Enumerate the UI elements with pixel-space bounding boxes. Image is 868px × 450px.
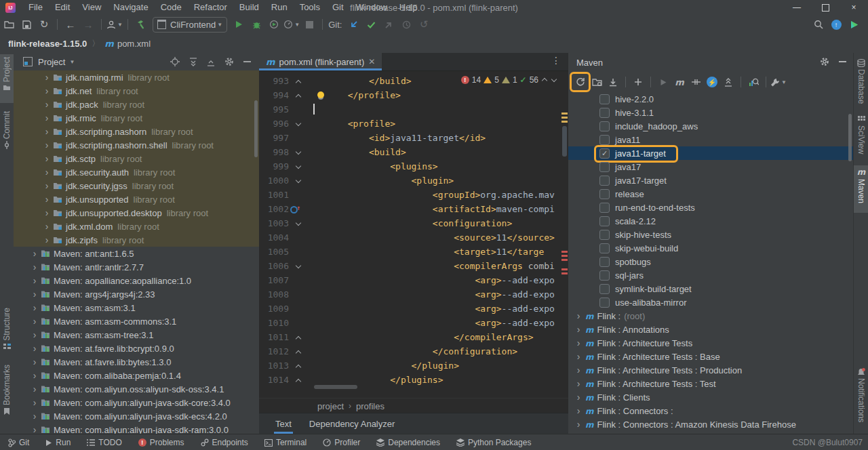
hide-panel-icon[interactable]: [839, 57, 846, 66]
chevron-right-icon[interactable]: ›: [574, 419, 583, 430]
override-gutter-icon[interactable]: [290, 206, 298, 213]
project-tree-row[interactable]: ›jdk.security.jgsslibrary root: [14, 179, 259, 192]
run-configuration-select[interactable]: CliFrontend▼: [153, 17, 227, 33]
hide-panel-icon[interactable]: [243, 61, 251, 63]
toolwindow-tab-bookmarks[interactable]: Bookmarks: [0, 362, 14, 419]
menu-item-tools[interactable]: Tools: [294, 2, 326, 12]
menu-item-navigate[interactable]: Navigate: [107, 2, 154, 12]
open-icon[interactable]: [1, 16, 17, 33]
chevron-right-icon[interactable]: ›: [42, 235, 52, 245]
profile-checkbox[interactable]: [599, 121, 610, 131]
profile-checkbox[interactable]: [599, 176, 610, 186]
chevron-right-icon[interactable]: ›: [30, 303, 39, 312]
project-tree-row[interactable]: ›jdk.zipfslibrary root: [14, 233, 259, 247]
intention-bulb-icon[interactable]: [317, 91, 324, 98]
chevron-right-icon[interactable]: ›: [574, 365, 583, 375]
code-line[interactable]: 1013 </plugin>: [259, 359, 568, 373]
profile-checkbox[interactable]: [599, 270, 610, 281]
profile-checkbox[interactable]: [599, 135, 610, 145]
chevron-right-icon[interactable]: ›: [30, 289, 39, 299]
project-tree-row[interactable]: ›Maven: com.aliyun:aliyun-java-sdk-core:…: [14, 396, 259, 409]
collapse-all-icon[interactable]: [720, 74, 736, 90]
profile-checkbox[interactable]: [599, 230, 610, 240]
chevron-right-icon[interactable]: ›: [42, 113, 52, 123]
chevron-right-icon[interactable]: ›: [30, 276, 39, 285]
statusbar-dependencies[interactable]: Dependencies: [376, 438, 440, 447]
profile-row[interactable]: hive-3.1.1: [568, 106, 853, 119]
statusbar-python-packages[interactable]: Python Packages: [456, 438, 531, 447]
editor-tab-pomxml[interactable]: m pom.xml (flink-parent) ✕: [259, 53, 382, 70]
editor-hscrollbar-thumb[interactable]: [314, 385, 357, 389]
next-problem-icon[interactable]: [551, 77, 557, 83]
maven-module-row[interactable]: ›mFlink : Architecture Tests : Productio…: [568, 363, 853, 377]
project-tree-row[interactable]: ›Maven: at.favre.lib:bytes:1.3.0: [14, 355, 259, 369]
generate-sources-icon[interactable]: [589, 74, 605, 90]
fold-gutter[interactable]: [292, 334, 305, 341]
maven-settings-wrench-icon[interactable]: ▼: [770, 74, 787, 90]
profile-checkbox[interactable]: [599, 189, 610, 199]
maven-scrollbar[interactable]: [848, 114, 852, 161]
profile-row[interactable]: symlink-build-target: [568, 282, 853, 295]
profile-checkbox[interactable]: [599, 298, 610, 308]
code-line[interactable]: 1006 <compilerArgs combi: [259, 259, 568, 273]
menu-item-build[interactable]: Build: [233, 2, 265, 12]
profile-checkbox[interactable]: [599, 257, 610, 267]
menu-item-file[interactable]: File: [22, 2, 49, 12]
statusbar-endpoints[interactable]: Endpoints: [201, 438, 248, 447]
profile-row[interactable]: skip-hive-tests: [568, 228, 853, 241]
project-scrollbar[interactable]: [254, 100, 258, 157]
fold-collapse-icon[interactable]: [295, 178, 302, 184]
profile-row[interactable]: java11: [568, 133, 853, 146]
code-line[interactable]: 999 <plugins>: [259, 159, 568, 173]
code-line[interactable]: 996 <profile>: [259, 117, 568, 131]
menu-item-help[interactable]: Help: [393, 2, 424, 12]
maven-module-row[interactable]: ›mFlink : Architecture Tests : Base: [568, 350, 853, 363]
fold-collapse-icon[interactable]: [295, 220, 302, 227]
code-line[interactable]: 1009 <arg>--add-expo: [259, 302, 568, 316]
code-line[interactable]: 1012 </configuration>: [259, 344, 568, 359]
profile-row[interactable]: java17: [568, 160, 853, 173]
toolwindow-tab-project[interactable]: Project: [0, 54, 14, 103]
fold-gutter[interactable]: [292, 121, 305, 127]
profiler-run-icon[interactable]: ▼: [283, 16, 300, 33]
collapse-all-icon[interactable]: [207, 58, 215, 66]
fold-gutter[interactable]: [292, 363, 305, 369]
profile-checkbox[interactable]: [599, 162, 610, 172]
profile-row[interactable]: skip-webui-build: [568, 241, 853, 255]
fold-gutter[interactable]: [292, 149, 305, 156]
chevron-right-icon[interactable]: ›: [574, 405, 583, 416]
menu-item-view[interactable]: View: [76, 2, 107, 12]
toolwindow-tab-structure[interactable]: Structure: [0, 305, 14, 356]
run-with-coverage-icon[interactable]: [266, 16, 282, 33]
maven-module-row[interactable]: ›mFlink : Clients: [568, 390, 853, 404]
code-line[interactable]: 1001 <groupId>org.apache.mav: [259, 188, 568, 202]
fold-collapse-icon[interactable]: [295, 163, 302, 170]
fold-collapse-icon[interactable]: [295, 121, 302, 127]
profile-checkbox[interactable]: [599, 243, 610, 253]
editor-error-stripe[interactable]: [561, 73, 568, 398]
profile-row[interactable]: use-alibaba-mirror: [568, 295, 853, 309]
back-icon[interactable]: ←: [62, 16, 79, 33]
run-icon[interactable]: [231, 16, 247, 33]
project-tree-row[interactable]: ›jdk.packlibrary root: [14, 98, 259, 111]
editor-scrollbar-thumb[interactable]: [562, 126, 567, 157]
fold-end-icon[interactable]: [295, 363, 302, 369]
project-tree-row[interactable]: ›Maven: antlr:antlr:2.7.7: [14, 260, 259, 274]
chevron-right-icon[interactable]: ›: [574, 310, 583, 321]
profile-checkbox[interactable]: [599, 284, 610, 294]
git-history-icon[interactable]: [398, 16, 414, 33]
download-sources-icon[interactable]: [605, 74, 621, 90]
chevron-right-icon[interactable]: ›: [42, 86, 52, 96]
chevron-right-icon[interactable]: ›: [30, 344, 39, 353]
profile-row[interactable]: sql-jars: [568, 268, 853, 282]
profile-checkbox[interactable]: [599, 203, 610, 213]
code-line[interactable]: 995: [259, 102, 568, 117]
statusbar-todo[interactable]: TODO: [87, 438, 121, 447]
project-tree-row[interactable]: ›Maven: com.aliyun:aliyun-java-sdk-ecs:4…: [14, 409, 259, 423]
fold-end-icon[interactable]: [295, 348, 302, 355]
menu-item-git[interactable]: Git: [326, 2, 350, 12]
code-with-me-icon[interactable]: [846, 16, 862, 33]
code-editor[interactable]: 993 </build>994 </profile>995996 <profil…: [259, 70, 568, 402]
maven-module-row[interactable]: ›mFlink : Connectors : Amazon Kinesis Da…: [568, 417, 853, 431]
add-maven-project-icon[interactable]: [630, 74, 646, 90]
